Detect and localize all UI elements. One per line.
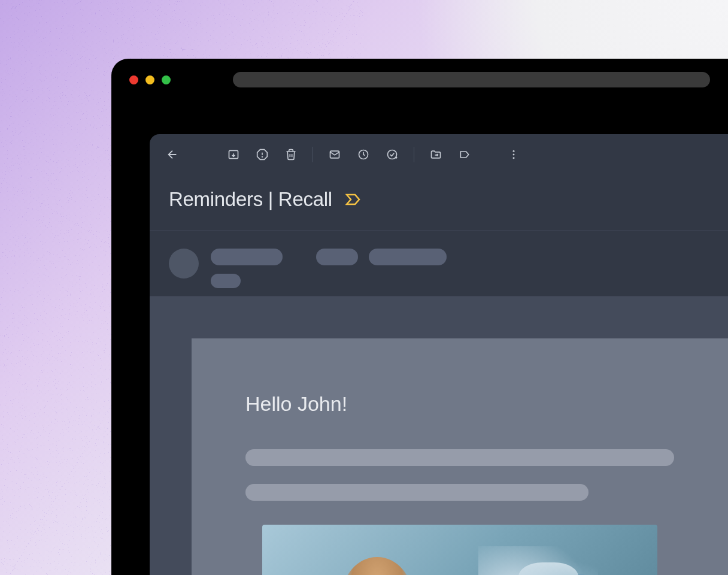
important-label-icon[interactable] <box>345 193 361 205</box>
toolbar-separator <box>313 147 313 162</box>
move-to-button[interactable] <box>423 141 449 168</box>
window-chrome <box>111 59 728 101</box>
text-placeholder <box>245 484 589 501</box>
toolbar-separator <box>414 147 414 162</box>
address-bar[interactable] <box>233 72 710 87</box>
sender-name-placeholder <box>211 249 283 265</box>
more-vertical-icon <box>508 149 520 161</box>
svg-point-8 <box>513 150 515 152</box>
spam-icon <box>256 149 268 161</box>
label-icon <box>459 149 471 161</box>
svg-point-10 <box>513 157 515 159</box>
email-content-area: Hello John! <box>150 296 728 575</box>
email-body: Hello John! <box>192 338 728 575</box>
email-hero-image <box>262 525 657 575</box>
trash-icon <box>285 149 297 161</box>
email-subject-bar: Reminders | Recall <box>150 175 728 231</box>
mark-unread-button[interactable] <box>321 141 348 168</box>
minimize-window-button[interactable] <box>145 75 154 84</box>
recipient-placeholder <box>211 274 241 288</box>
arrow-left-icon <box>166 148 179 161</box>
sender-meta-placeholder <box>369 249 447 265</box>
archive-icon <box>228 149 239 161</box>
email-app: Reminders | Recall <box>150 134 728 575</box>
mail-icon <box>329 149 341 161</box>
sender-meta-placeholder <box>316 249 358 265</box>
traffic-lights <box>129 75 171 84</box>
snooze-button[interactable] <box>350 141 377 168</box>
email-toolbar <box>150 134 728 175</box>
report-spam-button[interactable] <box>249 141 275 168</box>
text-placeholder <box>245 449 674 466</box>
browser-window: Reminders | Recall <box>111 59 728 575</box>
sender-avatar[interactable] <box>169 249 199 279</box>
sender-info <box>150 231 728 296</box>
maximize-window-button[interactable] <box>162 75 171 84</box>
email-greeting: Hello John! <box>245 392 674 416</box>
folder-move-icon <box>430 149 442 161</box>
svg-point-9 <box>513 154 515 156</box>
clock-icon <box>357 149 369 161</box>
add-to-tasks-button[interactable] <box>379 141 405 168</box>
check-plus-icon <box>386 149 398 161</box>
archive-button[interactable] <box>220 141 247 168</box>
delete-button[interactable] <box>278 141 304 168</box>
back-button[interactable] <box>159 141 186 168</box>
close-window-button[interactable] <box>129 75 138 84</box>
email-subject: Reminders | Recall <box>169 188 332 211</box>
more-actions-button[interactable] <box>500 141 527 168</box>
labels-button[interactable] <box>451 141 478 168</box>
svg-point-2 <box>262 156 263 157</box>
